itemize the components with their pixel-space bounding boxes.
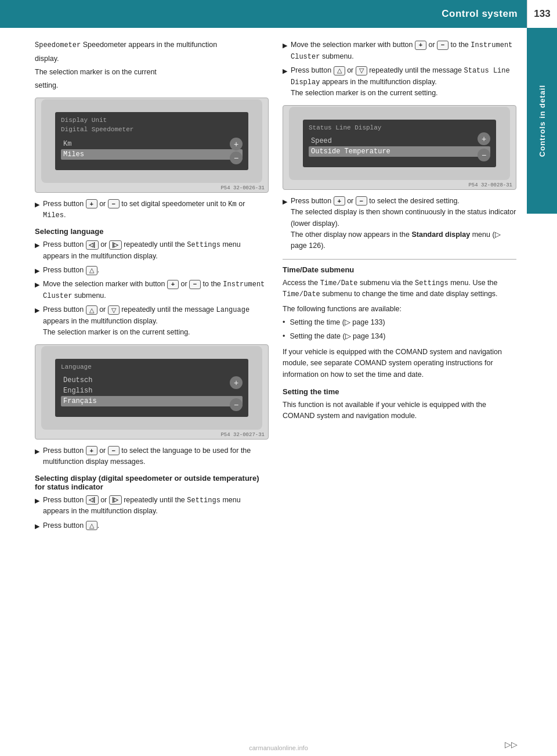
minus-icon: − [108,199,120,208]
screen-gray-frame-3: Status Line Display Speed Outside Temper… [289,107,510,180]
section-time-date: Time/Date submenu [283,265,516,274]
time-available-para: The following functions are available: [283,304,516,315]
sel-bullet-1: ▶ Press button ◁| or |▷ repeatedly until… [35,495,269,517]
page-header: Control system 133 [0,0,557,28]
sel-bullet-2: ▶ Press button △. [35,520,269,531]
time-intro-para: Access the Time/Date submenu via the Set… [283,278,516,300]
sel-text-2: Press button △. [43,520,269,531]
lang-bullet-5: ▶ Press button + or − to select the lang… [35,445,269,468]
lang-arrow-2: ▶ [35,266,39,276]
screen3-btn-minus: − [478,149,490,161]
screen-gray-frame-2: Language Deutsch English Français + − [41,346,262,430]
sel-arrow-1: ▶ [35,496,39,506]
lang-text-2: Press button △. [43,265,269,276]
screen-inner-3: Status Line Display Speed Outside Temper… [303,120,496,167]
lang-arrow-3: ▶ [35,280,39,290]
lang-bullet-2: ▶ Press button △. [35,265,269,276]
miles-code: Miles [43,211,64,219]
lang-text-1: Press button ◁| or |▷ repeatedly until t… [43,239,269,262]
time-dot-1-text: Setting the time (▷ page 133) [290,317,385,328]
lang-arrow-4: ▶ [35,305,39,315]
time-comand-para: If your vehicle is equipped with the COM… [283,347,516,380]
nav-btn-left-1: ◁| [86,240,99,250]
minus-icon-2: − [189,280,201,289]
chapter-title: Control system [442,8,518,20]
lang-text-3: Move the selection marker with button + … [43,279,269,301]
speedometer-code: Speedometer [35,41,81,49]
screen3-row2: Outside Temperature [309,146,490,157]
screen1-subtitle: Digital Speedometer [61,126,243,133]
nav-btn-right-2: |▷ [109,495,122,505]
minus-icon-5: − [356,196,367,206]
move-bullet-3: ▶ Press button + or − to select the desi… [283,196,516,252]
screen-language: Language Deutsch English Français + − [35,344,269,440]
lang-bullet-3: ▶ Move the selection marker with button … [35,279,269,301]
move-bullet-2: ▶ Press button △ or ▽ repeatedly until t… [283,65,516,99]
intro-line3: The selection marker is on the current [35,67,269,78]
time-date-code-2: Time/Date [283,290,320,298]
instrument-cluster-code-1: Instrument Cluster [43,280,265,300]
screen2-btn-plus: + [230,376,243,389]
screen3-title: Status Line Display [309,124,490,131]
km-code: Km [228,200,236,208]
screen1-btn-plus: + [230,138,243,150]
screen1-footer: P54 32-0026-31 [35,184,268,192]
move-bullet-1: ▶ Move the selection marker with button … [283,39,516,62]
screen2-title: Language [61,363,243,370]
up-btn-1: △ [86,266,97,275]
up-btn-4: △ [334,66,345,75]
move-arrow-3: ▶ [283,197,287,207]
lang-bullet-4: ▶ Press button △ or ▽ repeatedly until t… [35,304,269,338]
move-text-2: Press button △ or ▽ repeatedly until the… [291,65,516,99]
plus-icon: + [86,199,97,208]
watermark: carmanualonline.info [249,744,308,751]
lang-text-5: Press button + or − to select the langua… [43,445,269,468]
lang-text-4: Press button △ or ▽ repeatedly until the… [43,304,269,338]
lang-arrow-1: ▶ [35,240,39,250]
time-dot-2-text: Setting the date (▷ page 134) [290,331,385,342]
bullet-text-1: Press button + or − to set digital speed… [43,199,269,221]
setting-time-para: This function is not available if your v… [283,399,516,422]
plus-icon-2: + [167,280,179,289]
screen2-row2: English [61,386,243,396]
screen3-footer: P54 32-0028-31 [283,181,516,189]
page-nav-arrows: ▷▷ [505,740,518,749]
down-btn-4: ▽ [356,66,367,75]
instrument-cluster-code-2: Instrument Cluster [291,41,512,61]
screen-inner-2: Language Deutsch English Français + − [55,359,248,417]
screen2-row3: Français [61,396,243,406]
settings-code-3: Settings [415,279,449,287]
move-arrow-2: ▶ [283,66,287,76]
up-btn-3: △ [86,521,97,530]
plus-icon-4: + [415,41,426,50]
plus-icon-5: + [334,196,345,206]
screen1-row1: Km [61,139,243,149]
move-text-3: Press button + or − to select the desire… [291,196,516,252]
time-dot-2: Setting the date (▷ page 134) [283,331,516,342]
statusline-code: Status Line Display [291,67,510,87]
section-selecting-language: Selecting language [35,227,269,236]
screen1-btn-minus: − [230,152,243,164]
minus-icon-3: − [108,446,120,455]
plus-icon-3: + [86,446,97,455]
nav-btn-right-1: |▷ [109,240,122,250]
nav-arrows: ▷▷ [505,740,518,749]
lang-bullet-1: ▶ Press button ◁| or |▷ repeatedly until… [35,239,269,262]
main-content: Speedometer Speedometer appears in the m… [0,28,527,557]
screen-inner-1: Display Unit Digital Speedometer Km Mile… [55,112,248,170]
screen-gray-frame: Display Unit Digital Speedometer Km Mile… [41,99,262,183]
bullet-set-unit: ▶ Press button + or − to set digital spe… [35,199,269,221]
time-dot-1: Setting the time (▷ page 133) [283,317,516,328]
down-btn-2: ▽ [108,305,120,315]
header-title-bar: Control system [0,0,527,28]
screen-status-line: Status Line Display Speed Outside Temper… [283,105,516,190]
settings-code-1: Settings [187,241,220,249]
right-column: ▶ Move the selection marker with button … [283,39,516,534]
screen-display-unit: Display Unit Digital Speedometer Km Mile… [35,98,269,193]
up-btn-2: △ [86,305,97,315]
lang-arrow-5: ▶ [35,447,39,456]
section-select-display: Selecting display (digital speedometer o… [35,474,269,491]
sel-text-1: Press button ◁| or |▷ repeatedly until t… [43,495,269,517]
screen2-footer: P54 32-0027-31 [35,431,268,439]
page-number: 133 [527,0,557,28]
